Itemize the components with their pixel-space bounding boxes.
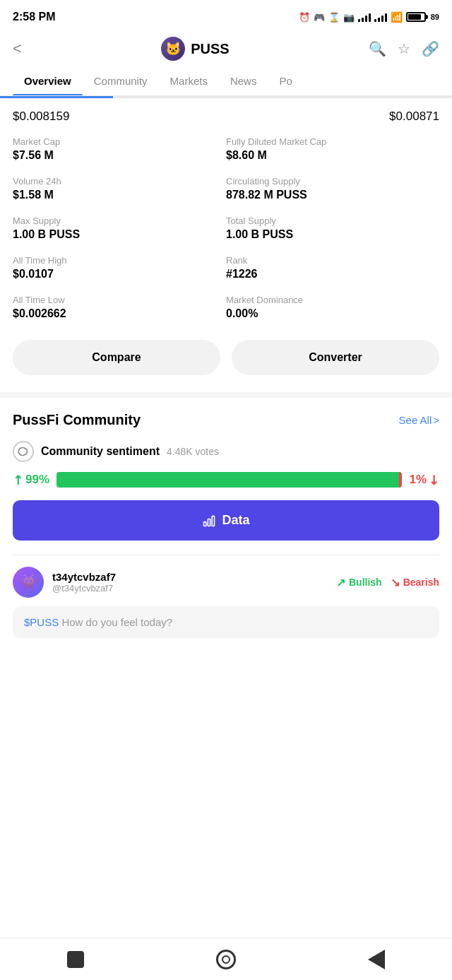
status-icons: 📶 89 xyxy=(299,11,439,23)
stat-ath-value: $0.0107 xyxy=(13,268,226,281)
stat-volume-label: Volume 24h xyxy=(13,176,226,187)
see-all-button[interactable]: See All > xyxy=(399,414,439,426)
sentiment-icon xyxy=(13,441,34,462)
square-icon xyxy=(67,951,84,968)
stat-fully-diluted-label: Fully Diluted Market Cap xyxy=(226,136,439,147)
stat-atl-value: $0.002662 xyxy=(13,307,226,320)
stats-grid: Market Cap $7.56 M Fully Diluted Market … xyxy=(0,129,452,327)
stat-ath: All Time High $0.0107 xyxy=(13,248,226,288)
top-nav: < 🐱 PUSS 🔍 ☆ 🔗 xyxy=(0,31,452,66)
tab-po[interactable]: Po xyxy=(268,66,303,95)
nav-title: 🐱 PUSS xyxy=(161,37,229,61)
stat-circulating: Circulating Supply 878.82 M PUSS xyxy=(226,169,439,208)
stat-dominance-value: 0.00% xyxy=(226,307,439,320)
coin-avatar: 🐱 xyxy=(161,37,185,61)
user-handle: @t34ytcvbzaf7 xyxy=(52,583,116,594)
star-icon[interactable]: ☆ xyxy=(398,40,410,57)
stat-rank-value: #1226 xyxy=(226,268,439,281)
alarm-icon xyxy=(299,12,310,23)
user-post: 👾 t34ytcvbzaf7 @t34ytcvbzaf7 ↗ Bullish ↘… xyxy=(0,555,452,598)
signal-bars-1 xyxy=(358,12,371,22)
post-ticker: $PUSS xyxy=(24,616,59,628)
compare-button[interactable]: Compare xyxy=(13,340,220,375)
back-button[interactable]: < xyxy=(13,40,22,58)
battery-text: 89 xyxy=(431,13,439,21)
bull-percentage: ↗ 99% xyxy=(13,472,49,488)
circle-icon xyxy=(216,950,236,969)
bull-arrow-icon: ↗ xyxy=(8,471,27,489)
tab-news[interactable]: News xyxy=(219,66,268,95)
stat-circulating-value: 878.82 M PUSS xyxy=(226,189,439,201)
coin-name: PUSS xyxy=(191,41,229,57)
stat-rank-label: Rank xyxy=(226,255,439,266)
tab-community[interactable]: Community xyxy=(83,66,159,95)
bottom-nav xyxy=(0,938,452,980)
stat-circulating-label: Circulating Supply xyxy=(226,176,439,187)
sentiment-label: Community sentiment xyxy=(41,445,160,458)
stat-total-supply-value: 1.00 B PUSS xyxy=(226,228,439,241)
chevron-right-icon: > xyxy=(433,414,439,426)
avatar: 👾 xyxy=(13,567,44,598)
nav-actions: 🔍 ☆ 🔗 xyxy=(369,40,439,57)
bearish-arrow-icon: ↘ xyxy=(391,576,400,589)
back-button-nav[interactable] xyxy=(361,944,392,975)
status-bar: 2:58 PM 📶 89 xyxy=(0,0,452,31)
user-row: 👾 t34ytcvbzaf7 @t34ytcvbzaf7 ↗ Bullish ↘… xyxy=(13,567,439,598)
data-button[interactable]: Data xyxy=(13,500,439,541)
community-title: PussFi Community xyxy=(13,412,141,428)
stat-fully-diluted: Fully Diluted Market Cap $8.60 M xyxy=(226,129,439,169)
post-input-placeholder: How do you feel today? xyxy=(61,616,172,628)
stat-max-supply-value: 1.00 B PUSS xyxy=(13,228,226,241)
tab-markets[interactable]: Markets xyxy=(159,66,219,95)
camera-icon xyxy=(343,12,355,23)
stat-market-cap-label: Market Cap xyxy=(13,136,226,147)
sentiment-bar-row: ↗ 99% 1% ↘ xyxy=(13,472,439,488)
user-details: t34ytcvbzaf7 @t34ytcvbzaf7 xyxy=(52,571,116,594)
back-nav-button[interactable] xyxy=(210,944,242,975)
tab-overview[interactable]: Overview xyxy=(13,66,83,95)
stat-ath-label: All Time High xyxy=(13,255,226,266)
sentiment-bar-red xyxy=(399,472,403,488)
avatar-emoji: 👾 xyxy=(19,573,38,591)
price-row: $0.008159 $0.00871 xyxy=(0,98,452,129)
stat-fully-diluted-value: $8.60 M xyxy=(226,149,439,162)
svg-rect-1 xyxy=(208,519,210,526)
converter-button[interactable]: Converter xyxy=(232,340,439,375)
stat-volume: Volume 24h $1.58 M xyxy=(13,169,226,208)
bear-percentage: 1% ↘ xyxy=(409,472,439,488)
stat-max-supply-label: Max Supply xyxy=(13,216,226,226)
sentiment-bar xyxy=(56,472,402,488)
community-header: PussFi Community See All > xyxy=(13,412,439,428)
bullish-button[interactable]: ↗ Bullish xyxy=(336,576,382,589)
data-button-label: Data xyxy=(222,513,249,528)
share-icon[interactable]: 🔗 xyxy=(422,40,439,57)
sentiment-votes: 4.48K votes xyxy=(167,446,219,457)
stat-rank: Rank #1226 xyxy=(226,248,439,288)
stat-atl-label: All Time Low xyxy=(13,295,226,305)
hourglass-icon xyxy=(328,12,340,23)
status-time: 2:58 PM xyxy=(13,11,55,23)
triangle-icon xyxy=(368,950,385,969)
stat-market-cap-value: $7.56 M xyxy=(13,149,226,162)
stat-market-cap: Market Cap $7.56 M xyxy=(13,129,226,169)
sentiment-row: Community sentiment 4.48K votes xyxy=(13,441,439,462)
user-info: 👾 t34ytcvbzaf7 @t34ytcvbzaf7 xyxy=(13,567,116,598)
home-button[interactable] xyxy=(60,944,91,975)
stat-max-supply: Max Supply 1.00 B PUSS xyxy=(13,208,226,248)
price-left: $0.008159 xyxy=(13,110,69,124)
stat-dominance-label: Market Dominance xyxy=(226,295,439,305)
post-input-area[interactable]: $PUSS How do you feel today? xyxy=(13,606,439,638)
price-right: $0.00871 xyxy=(389,110,439,124)
search-icon[interactable]: 🔍 xyxy=(369,40,386,57)
section-divider xyxy=(0,392,452,398)
signal-bars-2 xyxy=(374,12,387,22)
wifi-icon: 📶 xyxy=(391,11,403,23)
bullish-arrow-icon: ↗ xyxy=(336,576,345,589)
community-section: PussFi Community See All > Community sen… xyxy=(0,398,452,541)
stat-total-supply-label: Total Supply xyxy=(226,216,439,226)
user-name: t34ytcvbzaf7 xyxy=(52,571,116,583)
sentiment-bar-green xyxy=(56,472,398,488)
bearish-button[interactable]: ↘ Bearish xyxy=(391,576,439,589)
sentiment-actions: ↗ Bullish ↘ Bearish xyxy=(336,576,439,589)
game-icon xyxy=(314,12,325,23)
